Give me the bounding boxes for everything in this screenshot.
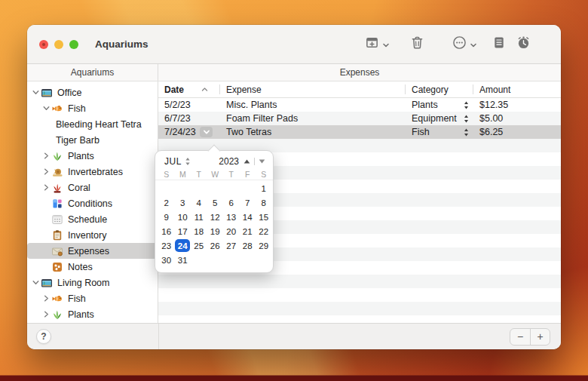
calendar-day-12[interactable]: 12 [207,210,224,224]
disclosure-chevron-icon[interactable] [41,183,51,192]
calendar-day-16[interactable]: 16 [158,224,175,238]
sidebar-item-bleeding-heart-tetra[interactable]: Bleeding Heart Tetra [27,116,158,132]
calendar-day-24[interactable]: 24 [175,238,191,253]
sidebar-item-plants[interactable]: Plants [27,306,158,322]
column-label: Category [412,84,449,95]
calendar-day-1[interactable]: 1 [256,181,272,195]
date-value: 6/7/23 [164,113,191,124]
calendar-day-10[interactable]: 10 [175,210,191,224]
sidebar-header: Aquariums [27,64,158,81]
remove-record-button[interactable]: − [510,329,530,345]
calendar-day-27[interactable]: 27 [223,238,240,253]
calendar-day-28[interactable]: 28 [240,238,256,253]
weekday-letter: T [191,170,207,179]
close-button[interactable] [39,40,48,49]
category-stepper-icon[interactable] [464,101,469,109]
main-pane-header: Expenses [158,64,561,81]
calendar-day-15[interactable]: 15 [256,210,272,224]
calendar-year: 2023 [219,156,239,167]
column-label: Date [164,84,184,95]
calendar-day-26[interactable]: 26 [207,238,224,253]
table-row[interactable]: 5/2/23Misc. PlantsPlants$12.35 [158,98,561,112]
zoom-window-button[interactable] [69,40,78,49]
calendar-day-18[interactable]: 18 [191,224,207,238]
calendar-day-3[interactable]: 3 [175,195,191,210]
disclosure-chevron-icon[interactable] [41,104,51,112]
fish-icon [51,293,63,305]
delete-record-button[interactable] [411,35,424,53]
add-record-footer-button[interactable]: + [530,329,550,345]
cell-amount: $6.25 [473,127,561,137]
calendar-day-14[interactable]: 14 [240,210,256,224]
sidebar-item-plants[interactable]: Plants [27,148,158,164]
disclosure-chevron-icon[interactable] [41,167,51,176]
sidebar-item-notes[interactable]: Notes [27,259,158,275]
disclosure-chevron-icon[interactable] [41,310,51,318]
column-header-category[interactable]: Category [406,81,473,97]
sidebar-item-coral[interactable]: Coral [27,180,158,195]
column-header-date[interactable]: Date [158,81,220,97]
calendar-icon [51,214,63,226]
calendar-day-25[interactable]: 25 [191,238,207,253]
sidebar-item-conditions[interactable]: Conditions [27,195,158,211]
help-button[interactable]: ? [36,329,51,344]
form-view-button[interactable] [494,36,504,52]
column-header-amount[interactable]: Amount [473,81,561,97]
calendar-day-23[interactable]: 23 [158,238,175,253]
disclosure-chevron-icon[interactable] [41,294,51,303]
calendar-day-29[interactable]: 29 [256,238,272,253]
calendar-empty-cell [207,181,224,195]
calendar-day-7[interactable]: 7 [240,195,256,210]
calendar-day-30[interactable]: 30 [158,253,175,267]
category-stepper-icon[interactable] [464,128,469,137]
calendar-day-2[interactable]: 2 [158,195,175,210]
calendar-day-31[interactable]: 31 [175,253,191,267]
sidebar-item-label: Plants [68,151,94,161]
calendar-day-21[interactable]: 21 [240,224,256,238]
document-edited-dot [42,43,45,46]
sidebar-item-tiger-barb[interactable]: Tiger Barb [27,132,158,148]
table-row[interactable]: 6/7/23Foam Filter PadsEquipment$5.00 [158,112,561,125]
category-stepper-icon[interactable] [464,115,469,123]
year-increment-icon[interactable] [243,159,250,164]
sidebar-item-office[interactable]: Office [27,84,158,100]
calendar-day-11[interactable]: 11 [191,210,207,224]
sidebar-item-fish[interactable]: Fish [27,100,158,116]
sidebar-item-invertebrates[interactable]: Invertebrates [27,164,158,180]
minimize-button[interactable] [54,40,63,49]
calendar-day-22[interactable]: 22 [256,224,272,238]
sidebar-item-inventory[interactable]: Inventory [27,227,158,243]
calendar-day-17[interactable]: 17 [175,224,191,238]
calendar-day-8[interactable]: 8 [256,195,272,210]
year-decrement-icon[interactable] [259,159,265,164]
cell-expense: Foam Filter Pads [220,113,406,124]
month-stepper-icon[interactable] [185,157,191,166]
calendar-day-4[interactable]: 4 [191,195,207,210]
weekday-letter: F [240,170,256,179]
more-actions-button[interactable] [452,35,477,53]
date-picker-button[interactable] [200,127,213,137]
calendar-day-9[interactable]: 9 [158,210,175,224]
calendar-empty-cell [240,181,256,195]
add-record-button[interactable] [365,35,390,53]
calendar-day-13[interactable]: 13 [223,210,240,224]
calendar-day-5[interactable]: 5 [207,195,224,210]
category-value: Plants [412,100,438,110]
cell-date: 5/2/23 [158,100,220,110]
disclosure-chevron-icon[interactable] [30,278,41,287]
sidebar-item-fish[interactable]: Fish [27,290,158,306]
disclosure-chevron-icon[interactable] [30,88,41,97]
sidebar-item-living-room[interactable]: Living Room [27,275,158,290]
table-row[interactable]: 7/24/23Two TetrasFish$6.25 [158,125,561,139]
sidebar-item-label: Conditions [68,198,112,209]
notes-icon [51,261,63,273]
calendar-day-19[interactable]: 19 [207,224,224,238]
disclosure-chevron-icon[interactable] [41,152,51,160]
calendar-day-20[interactable]: 20 [223,224,240,238]
titlebar[interactable]: Aquariums [27,25,561,64]
column-header-expense[interactable]: Expense [220,81,406,97]
sidebar-item-expenses[interactable]: Expenses [27,243,158,259]
calendar-day-6[interactable]: 6 [223,195,240,210]
sidebar-item-schedule[interactable]: Schedule [27,211,158,227]
reminders-button[interactable] [516,35,531,53]
